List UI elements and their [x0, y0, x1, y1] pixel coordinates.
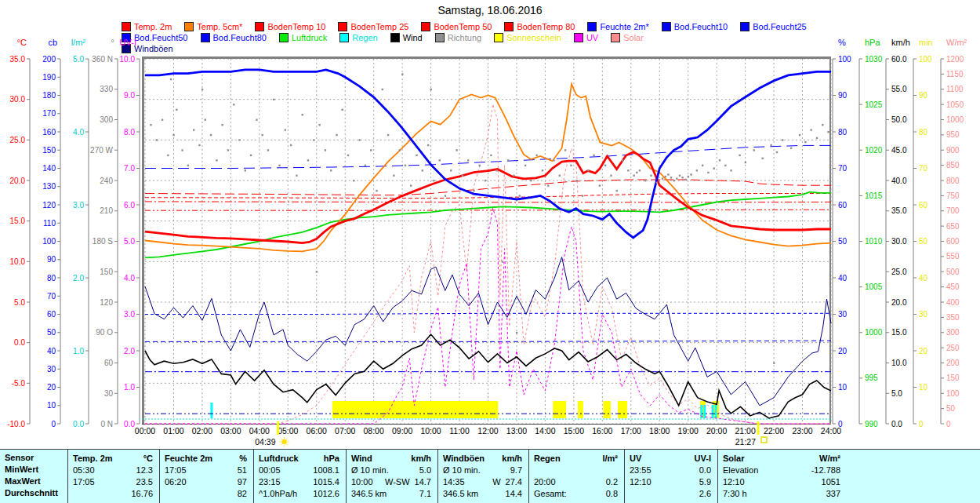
cell-value: 337	[826, 489, 840, 498]
svg-text:90: 90	[47, 255, 56, 264]
svg-text:50: 50	[919, 237, 928, 246]
weather-chart-svg: 35.030.025.020.015.010.05.00.0-5.0-10.0°…	[0, 0, 980, 449]
svg-text:5.0: 5.0	[14, 298, 25, 307]
cell-value: 12.3	[136, 465, 153, 475]
svg-text:10:00: 10:00	[420, 426, 441, 436]
sensor-unit: W/m²	[819, 454, 840, 463]
svg-text:1150: 1150	[946, 70, 964, 78]
cell-value: 0.2	[606, 477, 618, 487]
svg-text:20.0: 20.0	[10, 177, 26, 185]
svg-text:100: 100	[42, 237, 56, 246]
uv-axis: 10.09.08.07.06.05.04.03.02.01.00.0UV-I	[120, 38, 140, 428]
svg-text:6.0: 6.0	[124, 201, 135, 210]
svg-text:9.0: 9.0	[124, 91, 135, 100]
svg-text:0.0: 0.0	[891, 420, 902, 428]
svg-text:1200: 1200	[946, 55, 964, 64]
svg-text:1.0: 1.0	[73, 347, 84, 355]
table-column-regen: Regenl/m²20:000.2Gesamt:0.8	[528, 450, 624, 503]
svg-text:5.0: 5.0	[124, 237, 135, 246]
cell-direction: W-SW	[385, 477, 410, 487]
svg-text:20: 20	[47, 383, 56, 392]
svg-text:330: 330	[100, 85, 113, 93]
svg-text:25.0: 25.0	[10, 136, 26, 144]
svg-text:240: 240	[100, 177, 113, 185]
svg-text:160: 160	[42, 128, 56, 137]
svg-text:15.0: 15.0	[891, 328, 907, 337]
soil-moisture-axis: 2001901801701601501401301201101009080706…	[42, 38, 60, 428]
series-bodentemp-80	[145, 210, 831, 210]
table-column-uv: UVUV-I23:550.012:105.92.6	[624, 450, 717, 503]
svg-text:13:00: 13:00	[506, 426, 527, 436]
cell-time: 06:20	[165, 477, 187, 487]
svg-text:600: 600	[946, 237, 960, 246]
sunshine-duration-bars	[332, 401, 719, 418]
cell-value: 5.9	[699, 477, 711, 487]
svg-text:40: 40	[838, 274, 848, 282]
solar-axis: 1200115011001050100095090085080075070065…	[941, 38, 967, 428]
svg-text:350: 350	[946, 313, 960, 322]
svg-text:10.0: 10.0	[10, 257, 26, 266]
svg-text:02:00: 02:00	[192, 426, 212, 436]
svg-text:1020: 1020	[865, 146, 883, 155]
svg-text:09:00: 09:00	[392, 426, 412, 436]
wind-direction-axis: 360 N330300270 W240210180 S15012090 O603…	[90, 38, 118, 428]
sensor-unit: l/m²	[602, 454, 618, 463]
svg-text:40: 40	[919, 274, 928, 282]
cell-value: 16.76	[131, 489, 153, 498]
svg-text:3.0: 3.0	[73, 201, 84, 210]
svg-text:100: 100	[946, 389, 960, 398]
svg-text:16:00: 16:00	[592, 426, 612, 436]
svg-text:900: 900	[946, 146, 960, 155]
cell-value: 5.0	[419, 465, 431, 475]
svg-text:550: 550	[946, 252, 960, 261]
cell-value: 0.8	[606, 489, 618, 498]
table-column-feuchte-2m: Feuchte 2m%17:055106:209782	[159, 450, 253, 503]
x-axis-labels: 00:0001:0002:0003:0004:0005:0006:0007:00…	[135, 426, 841, 436]
svg-text:20: 20	[919, 347, 928, 355]
svg-text:07:00: 07:00	[335, 426, 355, 436]
svg-text:70: 70	[47, 292, 56, 301]
svg-text:0.0: 0.0	[14, 338, 25, 347]
svg-text:30.0: 30.0	[10, 95, 26, 104]
cell-value: 14.4	[506, 489, 522, 498]
svg-text:12:00: 12:00	[477, 426, 498, 436]
pressure-axis: 1030102510201015101010051000995990hPa	[859, 38, 883, 428]
sensor-unit: hPa	[324, 454, 339, 463]
svg-text:100: 100	[919, 55, 932, 64]
svg-text:200: 200	[42, 55, 56, 64]
svg-text:60: 60	[919, 201, 928, 210]
table-row-labels: SensorMinWertMaxWertDurchschnitt	[0, 450, 67, 503]
svg-text:70: 70	[838, 164, 848, 173]
svg-text:400: 400	[946, 298, 960, 307]
svg-text:03:00: 03:00	[220, 426, 241, 436]
svg-text:0: 0	[946, 420, 951, 428]
cell-value: 97	[238, 477, 247, 487]
svg-text:cb: cb	[48, 38, 57, 47]
svg-text:14:00: 14:00	[535, 426, 555, 436]
svg-text:140: 140	[42, 164, 56, 173]
svg-text:06:00: 06:00	[307, 426, 327, 436]
svg-text:100: 100	[838, 55, 851, 64]
svg-text:05:00: 05:00	[278, 426, 298, 436]
svg-text:250: 250	[946, 344, 960, 352]
svg-text:40: 40	[47, 347, 56, 355]
svg-text:200: 200	[946, 359, 960, 367]
cell-value: 14.7	[415, 477, 431, 487]
weather-day-graph-page: Samstag, 18.06.2016 Temp. 2mTemp. 5cm*Bo…	[0, 0, 980, 503]
cell-value: -12.788	[811, 465, 840, 475]
svg-text:10: 10	[838, 383, 848, 392]
sensor-name: Luftdruck	[259, 454, 299, 463]
svg-text:55.0: 55.0	[891, 85, 907, 93]
svg-text:hPa: hPa	[865, 38, 880, 47]
sensor-unit: UV-I	[695, 454, 711, 463]
svg-text:23:00: 23:00	[792, 426, 812, 436]
table-row-label: MinWert	[5, 464, 61, 476]
svg-text:30: 30	[919, 310, 928, 319]
svg-text:15.0: 15.0	[10, 217, 26, 225]
table-column-wind: Windkm/hØ 10 min.5.010:00W-SW14.7346.5 k…	[346, 450, 437, 503]
svg-text:210: 210	[100, 206, 113, 215]
svg-text:80: 80	[919, 128, 928, 137]
cell-value: 1012.6	[313, 489, 339, 498]
svg-text:190: 190	[42, 73, 56, 82]
summary-table: SensorMinWertMaxWertDurchschnittTemp. 2m…	[0, 449, 980, 503]
